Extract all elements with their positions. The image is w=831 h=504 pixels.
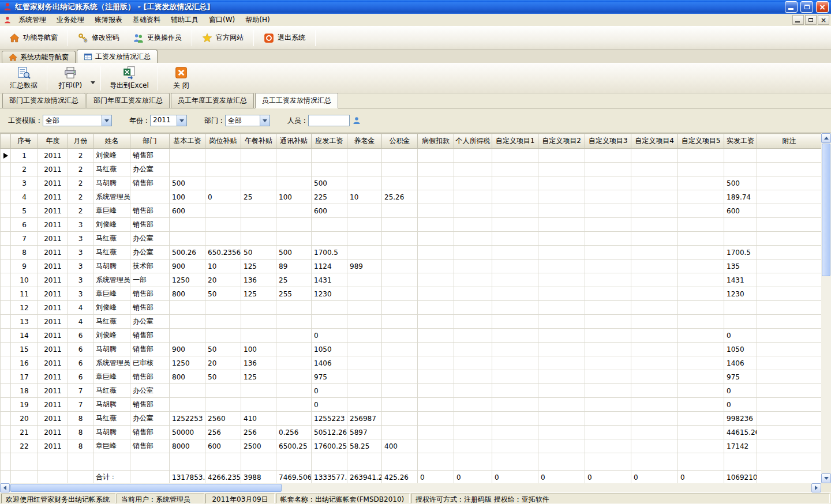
cell[interactable] bbox=[454, 398, 492, 412]
cell[interactable] bbox=[631, 370, 678, 384]
cell[interactable]: 系统管理员 bbox=[93, 190, 130, 204]
combo-arrow-icon[interactable] bbox=[260, 115, 269, 126]
table-row[interactable]: 320112马胡腾销售部500500500 bbox=[1, 176, 822, 190]
cell[interactable] bbox=[538, 176, 585, 190]
cell[interactable]: 0 bbox=[454, 471, 492, 484]
restore-button[interactable] bbox=[800, 1, 813, 13]
row-selector-cell[interactable] bbox=[1, 287, 11, 301]
cell[interactable] bbox=[347, 356, 382, 370]
cell[interactable]: 7 bbox=[68, 398, 93, 412]
cell[interactable]: 2011 bbox=[38, 301, 68, 315]
cell[interactable] bbox=[538, 301, 585, 315]
cell[interactable] bbox=[538, 246, 585, 259]
cell[interactable]: 500 bbox=[312, 176, 347, 190]
cell[interactable] bbox=[757, 190, 822, 204]
cell[interactable] bbox=[538, 384, 585, 398]
scroll-left-button[interactable] bbox=[0, 483, 10, 492]
cell[interactable]: 600 bbox=[205, 439, 241, 453]
column-header-10[interactable]: 养老金 bbox=[347, 134, 382, 149]
cell[interactable]: 500 bbox=[276, 246, 312, 259]
cell[interactable]: 马胡腾 bbox=[93, 343, 130, 356]
mdi-close-button[interactable]: × bbox=[818, 15, 829, 25]
cell[interactable] bbox=[454, 273, 492, 287]
cell[interactable]: 425.26 bbox=[382, 471, 418, 484]
cell[interactable] bbox=[454, 315, 492, 329]
table-row[interactable]: 1020113系统管理员一部1250201362514311431 bbox=[1, 273, 822, 287]
cell[interactable]: 8 bbox=[68, 439, 93, 453]
cell[interactable]: 225 bbox=[312, 190, 347, 204]
cell[interactable] bbox=[205, 204, 241, 218]
cell[interactable] bbox=[538, 439, 585, 453]
cell[interactable]: 900 bbox=[170, 259, 205, 273]
department-select[interactable]: 全部 bbox=[225, 115, 270, 126]
row-selector-cell[interactable] bbox=[1, 301, 11, 315]
cell[interactable] bbox=[631, 356, 678, 370]
cell[interactable]: 马胡腾 bbox=[93, 398, 130, 412]
cell[interactable]: 50 bbox=[205, 370, 241, 384]
change-password-button[interactable]: 修改密码 bbox=[72, 29, 126, 47]
cell[interactable]: 1431 bbox=[724, 273, 757, 287]
cell[interactable] bbox=[382, 315, 418, 329]
mdi-restore-button[interactable] bbox=[805, 15, 817, 25]
scroll-up-button[interactable] bbox=[821, 133, 831, 143]
column-header-2[interactable]: 月份 bbox=[68, 134, 93, 149]
cell[interactable] bbox=[276, 356, 312, 370]
cell[interactable] bbox=[585, 356, 631, 370]
table-row[interactable]: 820113马红薇办公室500.26650.2356505001700.5170… bbox=[1, 246, 822, 259]
cell[interactable]: 125 bbox=[241, 370, 276, 384]
cell[interactable] bbox=[757, 246, 822, 259]
cell[interactable] bbox=[454, 163, 492, 176]
cell[interactable] bbox=[585, 149, 631, 163]
cell[interactable]: 256 bbox=[205, 426, 241, 439]
cell[interactable] bbox=[585, 370, 631, 384]
cell[interactable]: 650.2356 bbox=[205, 246, 241, 259]
cell[interactable] bbox=[347, 315, 382, 329]
cell[interactable] bbox=[757, 329, 822, 343]
cell[interactable]: 2 bbox=[68, 190, 93, 204]
cell[interactable]: 马红薇 bbox=[93, 246, 130, 259]
cell[interactable] bbox=[418, 398, 454, 412]
cell[interactable] bbox=[631, 426, 678, 439]
cell[interactable]: 6500.25 bbox=[276, 439, 312, 453]
cell[interactable]: 800 bbox=[170, 370, 205, 384]
cell[interactable] bbox=[276, 343, 312, 356]
cell[interactable] bbox=[276, 412, 312, 426]
cell[interactable] bbox=[11, 471, 38, 484]
cell[interactable] bbox=[631, 384, 678, 398]
cell[interactable]: 44615.26 bbox=[724, 426, 757, 439]
cell[interactable] bbox=[492, 190, 538, 204]
cell[interactable] bbox=[538, 149, 585, 163]
cell[interactable]: 办公室 bbox=[130, 232, 170, 246]
cell[interactable]: 3 bbox=[68, 287, 93, 301]
cell[interactable]: 3 bbox=[68, 232, 93, 246]
table-row[interactable]: 520112章巨峰销售部600600600 bbox=[1, 204, 822, 218]
cell[interactable] bbox=[585, 426, 631, 439]
column-header-5[interactable]: 基本工资 bbox=[170, 134, 205, 149]
table-row[interactable]: 1220114刘俊峰销售部 bbox=[1, 301, 822, 315]
cell[interactable] bbox=[678, 176, 724, 190]
cell[interactable] bbox=[382, 273, 418, 287]
menu-business[interactable]: 业务处理 bbox=[51, 13, 89, 27]
cell[interactable]: 0 bbox=[312, 329, 347, 343]
cell[interactable] bbox=[678, 398, 724, 412]
row-selector-cell[interactable] bbox=[1, 315, 11, 329]
cell[interactable] bbox=[757, 426, 822, 439]
cell[interactable] bbox=[678, 343, 724, 356]
switch-operator-button[interactable]: 更换操作员 bbox=[127, 29, 188, 47]
column-header-20[interactable]: 附注 bbox=[757, 134, 822, 149]
cell[interactable] bbox=[454, 190, 492, 204]
cell[interactable]: 11 bbox=[11, 287, 38, 301]
cell[interactable] bbox=[757, 176, 822, 190]
cell[interactable]: 19 bbox=[11, 398, 38, 412]
cell[interactable]: 998236 bbox=[724, 412, 757, 426]
cell[interactable]: 章巨峰 bbox=[93, 287, 130, 301]
cell[interactable] bbox=[492, 287, 538, 301]
row-selector-cell[interactable] bbox=[1, 439, 11, 453]
row-selector-cell[interactable] bbox=[1, 370, 11, 384]
cell[interactable]: 马红薇 bbox=[93, 412, 130, 426]
cell[interactable]: 10 bbox=[205, 259, 241, 273]
cell[interactable]: 1431 bbox=[312, 273, 347, 287]
cell[interactable]: 销售部 bbox=[130, 204, 170, 218]
cell[interactable]: 2 bbox=[68, 163, 93, 176]
cell[interactable] bbox=[757, 439, 822, 453]
